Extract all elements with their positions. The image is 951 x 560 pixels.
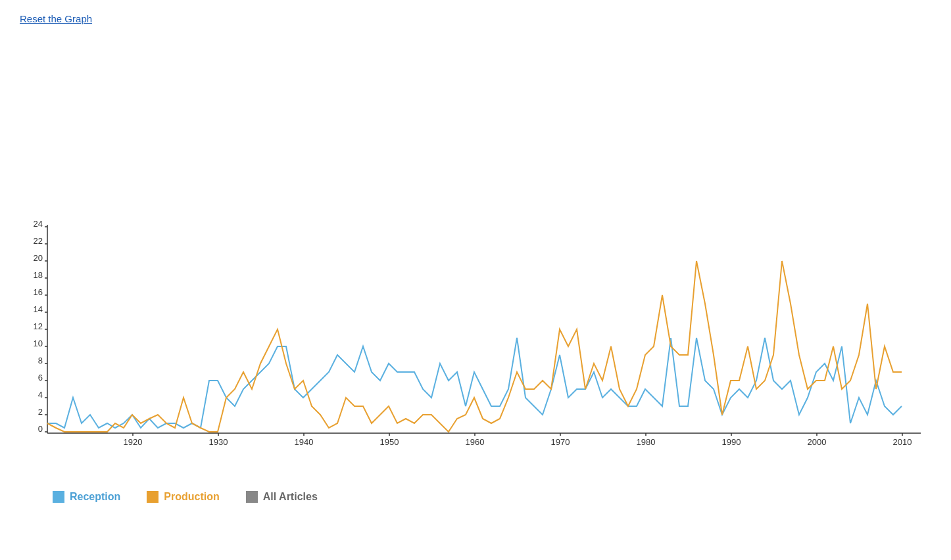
legend-item-all-articles[interactable]: All Articles [246,491,318,503]
svg-text:14: 14 [34,304,43,314]
chart-svg: 0 2 4 6 8 10 12 14 16 18 20 22 24 [20,31,927,465]
svg-text:0: 0 [38,424,43,434]
svg-text:18: 18 [34,270,43,280]
svg-text:1920: 1920 [124,437,143,447]
production-legend-label: Production [164,491,219,503]
svg-text:2000: 2000 [808,437,827,447]
svg-text:8: 8 [38,356,43,365]
svg-text:2: 2 [38,407,43,417]
svg-text:1930: 1930 [209,437,228,447]
production-legend-box [147,491,158,503]
production-line [47,261,902,432]
svg-text:24: 24 [34,219,43,229]
svg-text:1960: 1960 [466,437,485,447]
all-articles-legend-box [246,491,258,503]
page-container: Reset the Graph 0 2 4 6 8 10 12 14 16 18… [0,0,951,560]
chart-legend: Reception Production All Articles [20,491,931,503]
legend-item-reception[interactable]: Reception [53,491,120,503]
svg-text:1970: 1970 [551,437,570,447]
all-articles-legend-label: All Articles [263,491,318,503]
svg-text:4: 4 [38,390,43,400]
svg-text:16: 16 [34,287,43,297]
svg-text:22: 22 [34,236,43,246]
svg-text:1940: 1940 [295,437,314,447]
svg-text:10: 10 [34,338,43,348]
svg-text:1950: 1950 [380,437,399,447]
legend-item-production[interactable]: Production [147,491,219,503]
svg-text:1980: 1980 [637,437,656,447]
chart-area: 0 2 4 6 8 10 12 14 16 18 20 22 24 [20,31,931,478]
reset-graph-link[interactable]: Reset the Graph [20,13,92,24]
svg-text:2010: 2010 [893,437,912,447]
svg-text:12: 12 [34,321,43,331]
reception-legend-label: Reception [70,491,120,503]
svg-text:6: 6 [38,373,43,383]
svg-text:1990: 1990 [722,437,741,447]
svg-text:20: 20 [34,253,43,263]
reception-legend-box [53,491,64,503]
